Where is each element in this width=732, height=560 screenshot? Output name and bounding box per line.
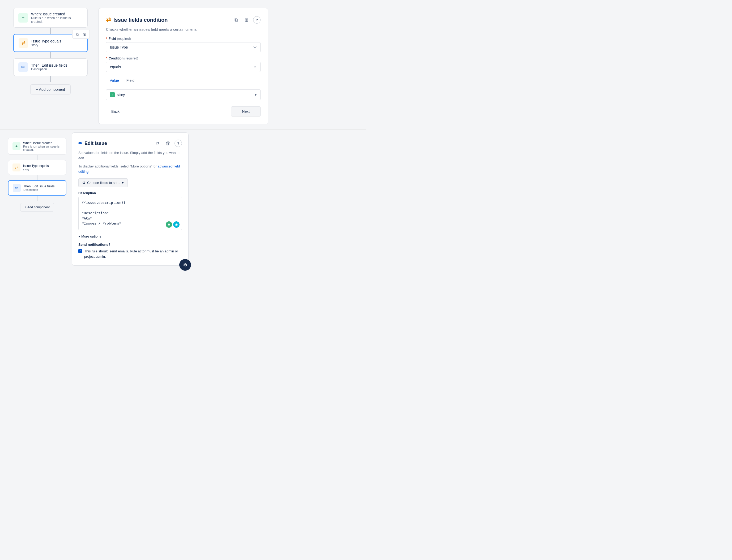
panel-delete-button[interactable]: 🗑: [242, 16, 251, 24]
panel-copy-button[interactable]: ⧉: [232, 16, 240, 24]
condition-subtitle: story: [31, 43, 61, 47]
edit-panel-header: ✏ Edit issue ⧉ 🗑 ?: [78, 139, 182, 148]
condition-title: Issue Type equals: [31, 39, 61, 43]
panel-toolbar: ⧉ 🗑 ?: [232, 16, 260, 24]
edit-note: To display additional fields, select 'Mo…: [78, 164, 182, 174]
bottom-connector-2: [37, 175, 37, 180]
value-field-tabs: Value Field: [106, 76, 260, 85]
condition-section: * Condition (required) equals: [106, 57, 260, 76]
field-select[interactable]: Issue Type: [106, 42, 260, 52]
chevron-down-icon: ▾: [255, 93, 256, 97]
bottom-connector-1: [37, 155, 37, 160]
bottom-workflow-panel: + When: Issue created Rule is run when a…: [8, 132, 66, 212]
bottom-node-condition[interactable]: ⇄ Issue Type equals story: [8, 160, 66, 175]
connector-1: [50, 28, 51, 34]
panel-footer: Back Next: [106, 106, 260, 117]
bottom-action-icon: ✏: [13, 184, 21, 192]
edit-copy-button[interactable]: ⧉: [153, 139, 162, 148]
chevron-down-icon: ▾: [122, 181, 124, 185]
field-label: * Field (required): [106, 37, 260, 41]
story-icon: ▪: [110, 92, 115, 97]
bottom-condition-title: Issue Type equals: [23, 164, 49, 168]
connector-3: [50, 76, 51, 82]
field-section: * Field (required) Issue Type: [106, 37, 260, 57]
edit-panel-title: ✏ Edit issue: [78, 140, 107, 146]
back-button[interactable]: Back: [106, 107, 125, 116]
bottom-connector-3: [37, 196, 37, 201]
workflow-node-trigger[interactable]: + When: Issue created Rule is run when a…: [13, 8, 88, 28]
action-subtitle: Description: [31, 67, 67, 71]
action-icon: ✏: [18, 62, 28, 72]
condition-select[interactable]: equals: [106, 62, 260, 72]
snowflake-avatar: ❄: [179, 259, 191, 271]
story-select[interactable]: ▪ story ▾: [106, 89, 260, 100]
chevron-icon: ▾: [78, 234, 80, 238]
edit-description: Set values for fields on the issue. Simp…: [78, 150, 182, 161]
send-notifications-label: Send notifications?: [78, 243, 182, 247]
gear-icon: ⚙: [82, 181, 85, 185]
notification-checkbox[interactable]: ✓: [78, 249, 82, 253]
trigger-icon: +: [18, 13, 28, 23]
panel-help-button[interactable]: ?: [253, 16, 260, 24]
top-workflow-panel: + When: Issue created Rule is run when a…: [8, 8, 93, 94]
condition-icon: ⇄: [19, 38, 28, 48]
textarea-footer-icons: ◉ ◉: [166, 221, 179, 228]
textarea-icon-teal[interactable]: ◉: [173, 221, 179, 228]
more-options-toggle[interactable]: ▾ More options: [78, 234, 182, 238]
bottom-action-title: Then: Edit issue fields: [23, 184, 54, 188]
textarea-icon-green[interactable]: ◉: [166, 221, 172, 228]
condition-panel-icon: ⇄: [106, 16, 111, 23]
condition-panel-title: ⇄ Issue fields condition: [106, 16, 168, 23]
bottom-trigger-icon: +: [12, 142, 20, 150]
condition-description: Checks whether an issue's field meets a …: [106, 27, 260, 32]
action-title: Then: Edit issue fields: [31, 63, 67, 67]
bottom-condition-icon: ⇄: [12, 163, 20, 171]
description-field-label: Description: [78, 191, 182, 195]
edit-delete-button[interactable]: 🗑: [164, 139, 172, 148]
node-actions: ⧉ 🗑: [72, 30, 90, 39]
bottom-trigger-subtitle: Rule is run when an issue is created.: [23, 145, 62, 151]
condition-label: * Condition (required): [106, 57, 260, 60]
bottom-action-subtitle: Description: [23, 188, 54, 191]
workflow-node-action[interactable]: ✏ Then: Edit issue fields Description: [13, 58, 88, 76]
edit-panel-toolbar: ⧉ 🗑 ?: [153, 139, 182, 148]
next-button[interactable]: Next: [231, 106, 260, 117]
trigger-title: When: Issue created: [31, 12, 83, 16]
tab-value[interactable]: Value: [106, 76, 123, 85]
bottom-section: + When: Issue created Rule is run when a…: [0, 130, 366, 274]
description-textarea-wrapper: {{issue.description}} ------------------…: [78, 197, 182, 230]
bottom-node-action[interactable]: ✏ Then: Edit issue fields Description: [8, 180, 66, 196]
add-component-button[interactable]: + Add component: [30, 84, 70, 94]
copy-node-button[interactable]: ⧉: [74, 31, 80, 37]
notification-checkbox-row: ✓ This rule should send emails. Rule act…: [78, 249, 182, 259]
bottom-node-trigger[interactable]: + When: Issue created Rule is run when a…: [8, 138, 66, 155]
trigger-subtitle: Rule is run when an issue is created.: [31, 16, 83, 24]
condition-panel-header: ⇄ Issue fields condition ⧉ 🗑 ?: [106, 16, 260, 24]
delete-node-button[interactable]: 🗑: [82, 31, 88, 37]
bottom-add-component-button[interactable]: + Add component: [20, 203, 54, 212]
workflow-node-condition[interactable]: ⧉ 🗑 ⇄ Issue Type equals story: [13, 34, 88, 52]
bottom-trigger-title: When: Issue created: [23, 141, 62, 145]
edit-panel-icon: ✏: [78, 140, 82, 146]
tab-field[interactable]: Field: [123, 76, 138, 85]
edit-help-button[interactable]: ?: [174, 140, 182, 147]
condition-panel: ⇄ Issue fields condition ⧉ 🗑 ? Checks wh…: [98, 8, 268, 124]
connector-2: [50, 52, 51, 58]
choose-fields-button[interactable]: ⚙ Choose fields to set... ▾: [78, 178, 128, 187]
bottom-condition-subtitle: story: [23, 168, 49, 171]
notification-text: This rule should send emails. Rule actor…: [84, 249, 182, 259]
edit-panel: ✏ Edit issue ⧉ 🗑 ? Set values for fields…: [72, 132, 188, 266]
story-select-wrapper: ▪ story ▾: [106, 89, 260, 100]
textarea-menu-button[interactable]: ···: [175, 200, 179, 204]
